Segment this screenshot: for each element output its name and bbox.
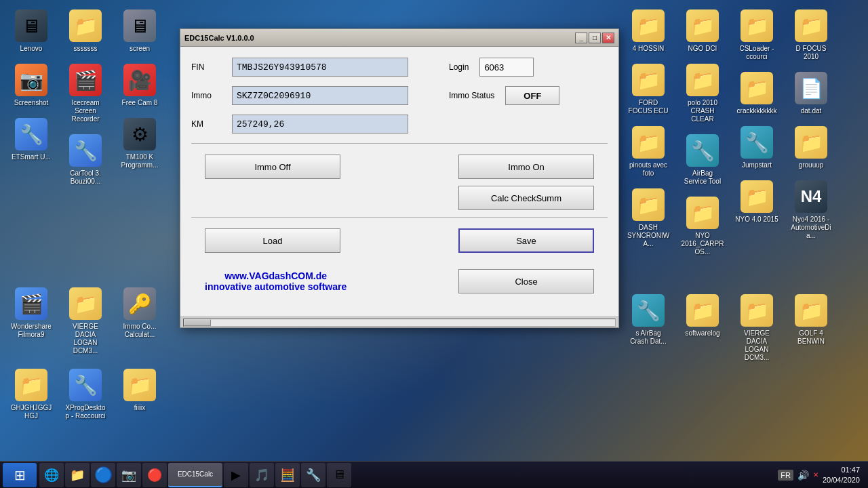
jumpstart-label: Jumpstart <box>742 161 772 169</box>
csloader-icon: 📁 <box>741 9 773 42</box>
calc-checksum-button[interactable]: Calc CheckSumm <box>458 186 594 210</box>
desktop-icon-datdat[interactable]: 📄 dat.dat <box>787 69 835 118</box>
start-button[interactable]: ⊞ <box>3 463 37 487</box>
desktop-icon-4hossin[interactable]: 📁 4 HOSSIN <box>624 7 673 56</box>
desktop-icon-vierge[interactable]: 📁 VIERGE DACIA LOGAN DCM3... <box>61 285 110 358</box>
desktop-icon-polo2010[interactable]: 📁 polo 2010 CRASH CLEAR <box>678 61 727 126</box>
screenshot-icon: 📷 <box>15 64 47 96</box>
desktop-icon-dash[interactable]: 📁 DASH SYNCRONIWA... <box>624 186 673 251</box>
scrollbar-thumb[interactable] <box>184 319 211 326</box>
nyo4-icon: N4 <box>795 180 827 213</box>
hossin-label: 4 HOSSIN <box>633 45 665 53</box>
pinouts-icon: 📁 <box>632 126 665 159</box>
desktop-icon-fiiiix[interactable]: 📁 fiiiix <box>115 366 164 415</box>
desktop-icon-freecam[interactable]: 🎥 Free Cam 8 <box>115 61 164 110</box>
action-buttons-section: Immo Off Immo On Calc CheckSumm <box>191 155 608 210</box>
desktop-icon-airbag2[interactable]: 🔧 s AirBag Crash Dat... <box>624 291 673 348</box>
minimize-button[interactable]: _ <box>575 33 587 43</box>
desktop-icon-ghjghjg[interactable]: 📁 GHJGHJGGJHGJ <box>7 366 56 423</box>
immo-label: Immo <box>191 91 232 100</box>
cartool-icon: 🔧 <box>69 134 102 167</box>
desktop-icon-golf4[interactable]: 📁 GOLF 4 BENWIN <box>787 291 835 348</box>
desktop-icon-jumpstart[interactable]: 🔧 Jumpstart <box>732 123 781 172</box>
fin-input[interactable] <box>232 58 408 77</box>
desktop-icon-screenshot[interactable]: 📷 Screenshot <box>7 61 56 110</box>
desktop-icon-grouuup[interactable]: 📁 grouuup <box>787 123 835 172</box>
taskbar-record[interactable]: 🔴 <box>142 463 167 487</box>
desktop-icon-pinouts[interactable]: 📁 pinouts avec foto <box>624 123 673 180</box>
desktop-icon-lenovo[interactable]: 🖥 Lenovo <box>7 7 56 56</box>
window-titlebar[interactable]: EDC15Calc V1.0.0.0 _ □ ✕ <box>180 29 618 47</box>
desktop-icon-nyo4[interactable]: N4 Nyo4 2016 - AutomotiveDia... <box>787 178 835 243</box>
window-controls: _ □ ✕ <box>575 33 614 43</box>
km-row: KM <box>191 115 608 134</box>
desktop-icon-sssssss[interactable]: 📁 sssssss <box>61 7 110 56</box>
desktop-icon-etsmart[interactable]: 🔧 ETSmart U... <box>7 115 56 164</box>
scrollbar-track[interactable] <box>183 319 616 327</box>
taskbar-monitor[interactable]: 🖥 <box>327 463 351 487</box>
desktop-icon-vierge2[interactable]: 📁 VIERGE DACIA LOGAN DCM3... <box>732 291 781 365</box>
desktop-icon-immo[interactable]: 🔑 Immo Co... Calculat... <box>115 285 164 342</box>
load-button[interactable]: Load <box>205 228 340 253</box>
csloader-label: CSLoader - ccourci <box>735 45 778 61</box>
website-tagline: innovative automotive software <box>205 281 347 292</box>
immo-off-button[interactable]: Immo Off <box>205 155 340 179</box>
km-input[interactable] <box>232 115 408 134</box>
immo-label: Immo Co... Calculat... <box>118 323 161 339</box>
fin-label: FIN <box>191 62 232 72</box>
desktop-icon-ngodci[interactable]: 📁 NGO DCI <box>678 7 727 56</box>
desktop-icon-screen[interactable]: 🖥 screen <box>115 7 164 56</box>
website-url: www.VAGdashCOM.de <box>205 270 347 281</box>
datdat-label: dat.dat <box>801 107 822 115</box>
desktop-icon-icecream[interactable]: 🎬 Icecream Screen Recorder <box>61 61 110 126</box>
immo-status-button[interactable]: OFF <box>505 86 559 105</box>
desktop-icon-tm100[interactable]: ⚙ TM100 K Programm... <box>115 115 164 172</box>
ngodci-label: NGO DCI <box>688 45 717 53</box>
left-buttons-group: Immo Off <box>205 155 340 210</box>
taskbar-screenshot[interactable]: 📷 <box>117 463 141 487</box>
desktop-icon-softwarelog[interactable]: 📁 softwarelog <box>678 291 727 340</box>
desktop-icon-xprog[interactable]: 🔧 XProgDesktop - Raccourci <box>61 366 110 423</box>
desktop-icon-fordfocus[interactable]: 📁 FORD FOCUS ECU <box>624 61 673 118</box>
right-buttons-group: Immo On Calc CheckSumm <box>458 155 594 210</box>
taskbar-wrench[interactable]: 🔧 <box>301 463 326 487</box>
desktop-icon-crackk[interactable]: 📁 crackkkkkkkk <box>732 69 781 118</box>
taskbar-ie[interactable]: 🌐 <box>39 463 64 487</box>
icecream-label: Icecream Screen Recorder <box>64 99 107 123</box>
datdat-icon: 📄 <box>795 72 827 104</box>
window-content: FIN Login Immo Immo Status OFF <box>180 47 618 317</box>
taskbar-edc15[interactable]: EDC15Calc <box>168 463 222 487</box>
taskbar-calc[interactable]: 🧮 <box>275 463 300 487</box>
immo-on-button[interactable]: Immo On <box>458 155 594 179</box>
taskbar-chrome[interactable]: 🔵 <box>91 463 115 487</box>
taskbar-music[interactable]: 🎵 <box>250 463 274 487</box>
close-button[interactable]: Close <box>458 269 594 293</box>
fordfocus-icon: 📁 <box>632 64 665 96</box>
desktop-icon-csloader[interactable]: 📁 CSLoader - ccourci <box>732 7 781 64</box>
desktop-icon-nyo2016[interactable]: 📁 NYO 2016_CARPROS... <box>678 194 727 259</box>
lenovo-label: Lenovo <box>20 45 43 53</box>
fordfocus-label: FORD FOCUS ECU <box>627 99 670 115</box>
ghjghjg-label: GHJGHJGGJHGJ <box>9 404 53 420</box>
desktop-icon-nyo40[interactable]: 📁 NYO 4.0 2015 <box>732 178 781 226</box>
taskbar-media[interactable]: ▶ <box>224 463 248 487</box>
desktop-icon-wondershare[interactable]: 🎬 Wondershare Filmora9 <box>7 285 56 342</box>
freecam-icon: 🎥 <box>123 64 156 96</box>
close-window-button[interactable]: ✕ <box>602 33 614 43</box>
desktop-icon-airbag[interactable]: 🔧 AirBag Service Tool <box>678 131 727 188</box>
maximize-button[interactable]: □ <box>589 33 601 43</box>
window-scrollbar[interactable] <box>180 317 618 327</box>
pinouts-label: pinouts avec foto <box>627 161 670 178</box>
etsmart-label: ETSmart U... <box>12 153 51 161</box>
save-button[interactable]: Save <box>458 228 594 253</box>
grouuup-icon: 📁 <box>795 126 827 159</box>
sssssss-icon: 📁 <box>69 9 102 42</box>
airbag2-icon: 🔧 <box>632 294 665 327</box>
login-input[interactable] <box>479 58 534 77</box>
taskbar-explorer[interactable]: 📁 <box>65 463 90 487</box>
login-group: Login <box>449 58 534 77</box>
immo-input[interactable] <box>232 86 408 105</box>
desktop: 🖥 Lenovo 📷 Screenshot 🔧 ETSmart U... 📁 s… <box>0 0 868 488</box>
desktop-icon-dfocus[interactable]: 📁 D FOCUS 2010 <box>787 7 835 64</box>
desktop-icon-cartool[interactable]: 🔧 CarTool 3. Bouzi00... <box>61 131 110 188</box>
